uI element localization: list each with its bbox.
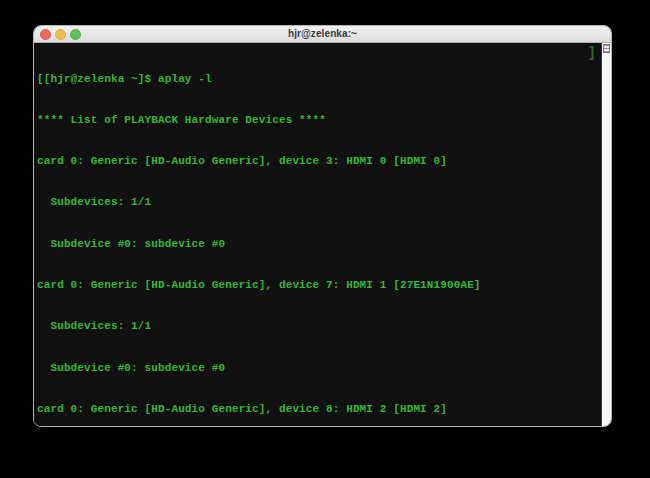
titlebar[interactable]: hjr@zelenka:~ [34, 26, 611, 43]
terminal-window: hjr@zelenka:~ [[hjr@zelenka ~]$ aplay -l… [33, 25, 612, 427]
scroll-marker: ] [587, 46, 596, 61]
terminal-line: Subdevice #0: subdevice #0 [37, 238, 601, 252]
terminal-line: card 0: Generic [HD-Audio Generic], devi… [37, 403, 601, 417]
close-button[interactable] [40, 29, 51, 40]
scrollbar[interactable] [601, 43, 611, 427]
window-title: hjr@zelenka:~ [34, 26, 611, 42]
terminal-screen[interactable]: [[hjr@zelenka ~]$ aplay -l **** List of … [34, 43, 601, 427]
traffic-lights [40, 26, 81, 42]
terminal-line: Subdevices: 1/1 [37, 320, 601, 334]
terminal-line: Subdevices: 1/1 [37, 196, 601, 210]
zoom-button[interactable] [70, 29, 81, 40]
desktop-background: hjr@zelenka:~ [[hjr@zelenka ~]$ aplay -l… [0, 0, 650, 478]
terminal-line: **** List of PLAYBACK Hardware Devices *… [37, 114, 601, 128]
window-content: [[hjr@zelenka ~]$ aplay -l **** List of … [34, 43, 611, 427]
terminal-line: card 0: Generic [HD-Audio Generic], devi… [37, 155, 601, 169]
minimize-button[interactable] [55, 29, 66, 40]
scrollbar-thumb[interactable] [603, 44, 610, 53]
terminal-line: Subdevice #0: subdevice #0 [37, 362, 601, 376]
terminal-line: [[hjr@zelenka ~]$ aplay -l [37, 73, 601, 87]
terminal-line: card 0: Generic [HD-Audio Generic], devi… [37, 279, 601, 293]
